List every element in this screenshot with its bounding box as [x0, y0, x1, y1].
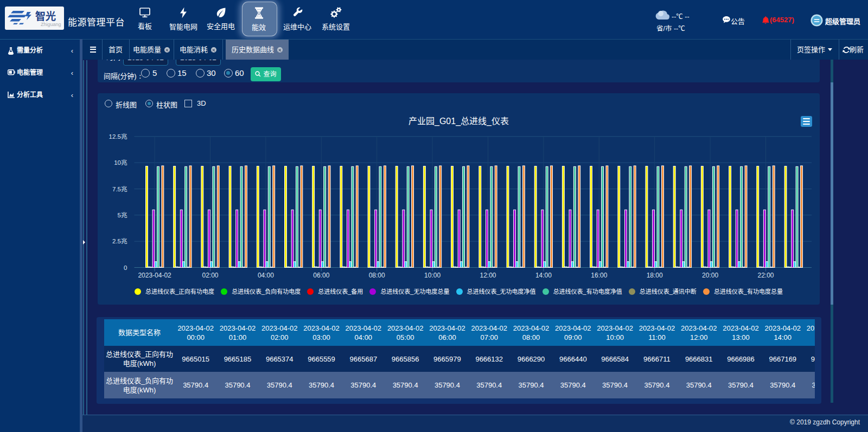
- svg-text:04:00: 04:00: [258, 272, 274, 279]
- svg-text:22:00: 22:00: [757, 272, 774, 279]
- svg-text:12.5兆: 12.5兆: [109, 133, 127, 140]
- svg-text:0: 0: [124, 265, 127, 271]
- svg-text:Zhiguang: Zhiguang: [41, 22, 61, 27]
- svg-text:14:00: 14:00: [535, 272, 552, 279]
- svg-text:02:00: 02:00: [202, 272, 218, 279]
- svg-text:7.5兆: 7.5兆: [112, 186, 127, 192]
- svg-text:智光: 智光: [35, 8, 56, 23]
- svg-text:10兆: 10兆: [114, 159, 127, 166]
- svg-text:5兆: 5兆: [118, 212, 127, 218]
- svg-text:2.5兆: 2.5兆: [112, 238, 127, 244]
- svg-text:12:00: 12:00: [480, 272, 496, 279]
- svg-text:08:00: 08:00: [369, 272, 385, 279]
- svg-text:10:00: 10:00: [424, 272, 441, 279]
- svg-text:2023-04-02: 2023-04-02: [138, 272, 171, 279]
- svg-text:06:00: 06:00: [313, 272, 329, 279]
- svg-text:18:00: 18:00: [647, 272, 663, 279]
- svg-text:20:00: 20:00: [702, 272, 718, 279]
- svg-text:16:00: 16:00: [591, 272, 607, 279]
